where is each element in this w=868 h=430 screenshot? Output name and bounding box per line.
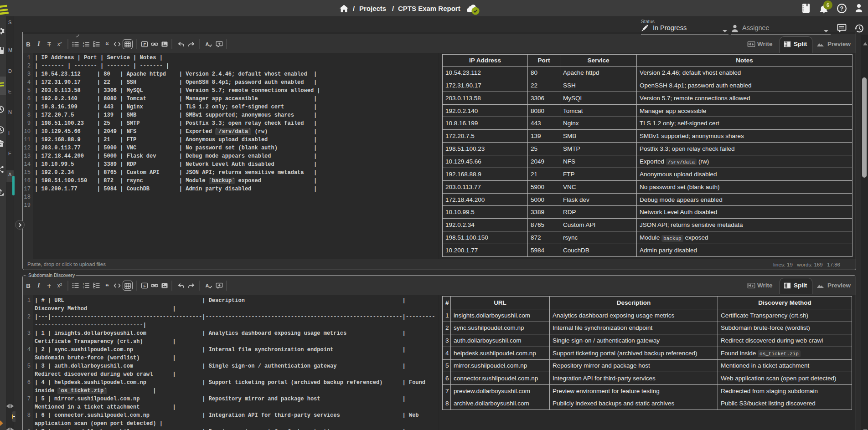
svg-text:1: 1 <box>83 41 85 44</box>
svg-text:1: 1 <box>83 283 85 286</box>
svg-text:F: F <box>144 284 146 288</box>
svg-text:A: A <box>206 283 209 288</box>
svg-text:2: 2 <box>83 45 85 47</box>
svg-text:2: 2 <box>83 286 85 289</box>
svg-text:A: A <box>206 41 209 47</box>
svg-text:F: F <box>144 42 146 47</box>
svg-text:?: ? <box>840 5 844 12</box>
